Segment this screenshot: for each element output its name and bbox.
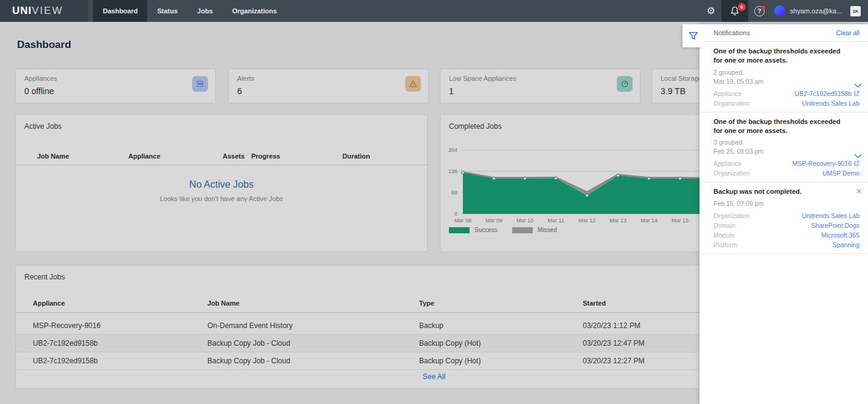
detail-row: Platform Spanning xyxy=(713,241,859,248)
navbar-right: ⚙ 6 ? shyam.oza@ka... 1K xyxy=(701,0,868,22)
cell-type: Backup xyxy=(419,321,583,330)
detail-row: Organization UMSP Demo xyxy=(713,169,859,177)
notification-message: One of the backup thresholds exceeded fo… xyxy=(713,117,850,135)
no-active-jobs-message: No Active Jobs xyxy=(16,179,427,190)
svg-text:Mar 08: Mar 08 xyxy=(454,217,471,224)
active-jobs-panel: Active Jobs Job Name Appliance Assets Pr… xyxy=(15,114,428,252)
detail-row: Appliance UB2-7c192ed9158b xyxy=(713,90,859,97)
tab-dashboard[interactable]: Dashboard xyxy=(93,0,147,22)
svg-text:68: 68 xyxy=(451,190,457,196)
card-label: Low Space Appliances xyxy=(449,75,631,82)
appliance-link[interactable]: MSP-Recovery-9016 xyxy=(793,160,859,167)
svg-text:204: 204 xyxy=(448,147,457,153)
completed-jobs-title: Completed Jobs xyxy=(449,122,502,131)
top-navbar: UNIVIEW Dashboard Status Jobs Organizati… xyxy=(0,0,868,22)
main-nav: Dashboard Status Jobs Organizations xyxy=(93,0,286,22)
notification-details: Organization Unitrends Sales Lab Domain … xyxy=(713,212,859,248)
column-header: Appliance xyxy=(33,300,207,307)
detail-row: Organization Unitrends Sales Lab xyxy=(713,212,859,219)
card-label: Alerts xyxy=(237,75,420,82)
column-header: Duration xyxy=(342,152,427,160)
card-alerts[interactable]: Alerts 6 xyxy=(228,69,429,103)
card-value: 6 xyxy=(237,86,420,96)
cell-type: Backup Copy (Hot) xyxy=(419,339,583,348)
username-label[interactable]: shyam.oza@ka... xyxy=(790,0,842,22)
notifications-button[interactable]: 6 xyxy=(721,0,748,22)
column-header: Type xyxy=(419,300,583,307)
notification-item: One of the backup thresholds exceeded fo… xyxy=(700,112,868,183)
column-header: Assets xyxy=(223,152,251,160)
chart-legend: Success Missed xyxy=(449,227,566,233)
notifications-header: Notifications Clear all xyxy=(700,24,868,42)
help-button[interactable]: ? xyxy=(748,0,771,22)
chevron-down-icon[interactable] xyxy=(854,80,862,91)
help-alert-dot xyxy=(762,5,765,9)
success-legend-swatch xyxy=(449,227,470,233)
filter-funnel-icon xyxy=(689,31,698,41)
tab-jobs[interactable]: Jobs xyxy=(187,0,223,22)
appliance-stack-icon xyxy=(192,76,208,92)
notification-grouped: 3 grouped. xyxy=(713,139,859,146)
platform-link[interactable]: Spanning xyxy=(833,241,859,248)
settings-button[interactable]: ⚙ xyxy=(701,0,721,22)
active-jobs-header-row: Job Name Appliance Assets Progress Durat… xyxy=(16,152,427,165)
alert-triangle-icon xyxy=(405,76,421,92)
svg-text:Mar 11: Mar 11 xyxy=(547,217,564,224)
tab-status[interactable]: Status xyxy=(147,0,187,22)
cell-job-name: On-Demand Event History xyxy=(207,321,419,330)
notification-message: Backup was not completed. xyxy=(713,187,850,196)
notification-count-badge: 6 xyxy=(738,3,746,11)
organization-link[interactable]: Unitrends Sales Lab xyxy=(802,100,859,107)
chevron-down-icon[interactable] xyxy=(854,150,862,161)
page-title: Dashboard xyxy=(17,39,71,51)
user-avatar[interactable] xyxy=(774,5,785,16)
kaseya-badge[interactable]: 1K xyxy=(850,6,861,16)
card-value: 0 offline xyxy=(24,86,207,96)
card-label: Appliances xyxy=(24,75,207,82)
notification-grouped: 2 grouped. xyxy=(713,69,859,76)
cell-job-name: Backup Copy Job - Cloud xyxy=(207,357,419,365)
cell-appliance: UB2-7c192ed9158b xyxy=(33,357,207,365)
notification-date: Mar 19, 05:03 am xyxy=(713,78,859,85)
external-link-icon xyxy=(853,91,859,97)
detail-label: Domain xyxy=(713,222,735,229)
missed-legend-swatch xyxy=(512,227,533,233)
gear-icon: ⚙ xyxy=(707,6,715,16)
detail-row: Organization Unitrends Sales Lab xyxy=(713,100,859,107)
organization-link[interactable]: Unitrends Sales Lab xyxy=(802,212,859,219)
svg-text:Mar 14: Mar 14 xyxy=(641,217,658,224)
detail-label: Platform xyxy=(713,241,737,248)
svg-text:0: 0 xyxy=(454,211,457,217)
appliance-link[interactable]: UB2-7c192ed9158b xyxy=(795,90,859,97)
notifications-filter-button[interactable] xyxy=(682,24,704,47)
svg-text:Mar 13: Mar 13 xyxy=(609,217,627,224)
detail-label: Organization xyxy=(713,169,750,177)
no-active-jobs-subtext: Looks like you don't have any Active Job… xyxy=(16,195,427,202)
module-link[interactable]: Microsoft 365 xyxy=(821,231,859,239)
app-logo[interactable]: UNIVIEW xyxy=(0,0,88,22)
card-appliances[interactable]: Appliances 0 offline xyxy=(15,69,216,103)
svg-text:Mar 15: Mar 15 xyxy=(672,217,689,224)
detail-label: Appliance xyxy=(713,90,741,97)
help-icon: ? xyxy=(754,6,765,16)
domain-link[interactable]: SharePoint Dogs xyxy=(811,222,859,229)
detail-label: Module xyxy=(713,231,734,239)
detail-label: Organization xyxy=(713,100,750,107)
close-icon[interactable]: ✕ xyxy=(856,187,862,196)
detail-row: Appliance MSP-Recovery-9016 xyxy=(713,160,859,167)
gauge-icon xyxy=(617,76,633,92)
notifications-title: Notifications xyxy=(713,29,750,36)
recent-jobs-title: Recent Jobs xyxy=(24,273,65,281)
detail-label: Appliance xyxy=(713,160,741,167)
column-header: Appliance xyxy=(128,152,223,160)
card-low-space[interactable]: Low Space Appliances 1 xyxy=(440,69,641,103)
detail-label: Organization xyxy=(713,212,750,219)
clear-all-link[interactable]: Clear all xyxy=(836,29,859,36)
notification-details: Appliance MSP-Recovery-9016 Organization… xyxy=(713,160,859,177)
organization-link[interactable]: UMSP Demo xyxy=(822,169,859,177)
tab-organizations[interactable]: Organizations xyxy=(223,0,286,22)
svg-text:Mar 12: Mar 12 xyxy=(578,217,595,224)
svg-text:136: 136 xyxy=(448,168,457,174)
card-value: 1 xyxy=(449,86,631,96)
active-jobs-title: Active Jobs xyxy=(24,122,61,131)
